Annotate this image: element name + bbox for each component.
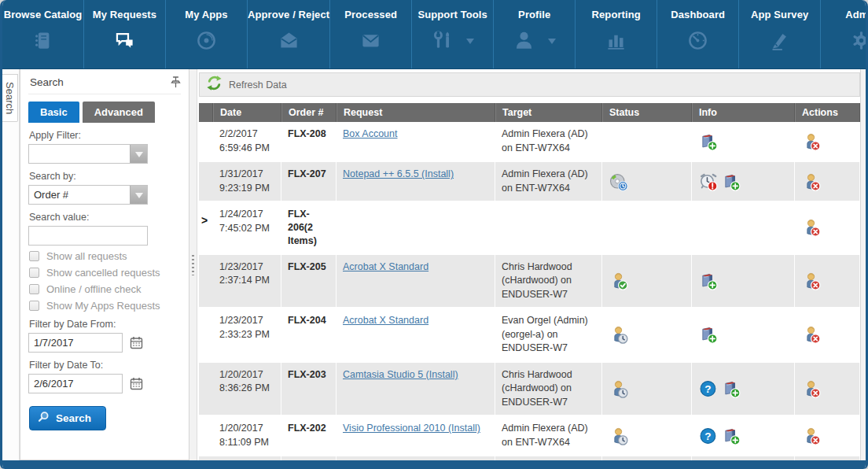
chevron-down-icon[interactable] (130, 186, 147, 204)
content-area: Search Search Basic Advanced Apply Filte… (2, 69, 866, 460)
refresh-data-button[interactable]: Refresh Data (199, 72, 860, 97)
expander-cell (199, 255, 213, 308)
svg-text:?: ? (704, 430, 711, 441)
panel-splitter[interactable] (189, 69, 197, 460)
request-link[interactable]: Box Account (343, 128, 398, 139)
info-cell (692, 255, 795, 308)
user-cancel-icon[interactable] (802, 132, 821, 151)
nav-tab-label: Support Tools (417, 9, 487, 20)
expander-cell (199, 122, 213, 161)
chevron-down-icon[interactable] (548, 39, 556, 48)
checkbox-online-offline-check[interactable]: Online / offline check (29, 283, 181, 295)
date-cell: 1/20/20178:36:26 PM (213, 363, 281, 415)
calendar-icon[interactable] (130, 377, 143, 390)
nav-tab-app-survey[interactable]: App Survey (739, 0, 821, 68)
request-cell: Acrobat X Standard (337, 308, 495, 361)
info-cell (692, 122, 795, 161)
scrollbar-track[interactable] (860, 69, 866, 460)
checkbox-show-my-apps-requests[interactable]: Show My Apps Requests (29, 300, 181, 312)
search-button[interactable]: Search (29, 406, 106, 430)
calendar-icon[interactable] (130, 336, 143, 349)
user-cancel-icon[interactable] (802, 427, 821, 445)
request-link[interactable]: Acrobat X Standard (343, 261, 428, 272)
nav-tab-profile[interactable]: Profile (494, 0, 576, 68)
order-cell: FLX-207 (281, 162, 337, 201)
pin-icon[interactable] (171, 76, 181, 88)
search-panel: Search Basic Advanced Apply Filter: Sear… (20, 69, 189, 460)
target-cell: Chris Hardwood (cHardwood) on ENDUSER-W7 (495, 363, 602, 415)
column-header-order[interactable]: Order # (281, 103, 337, 122)
status-cell (602, 162, 692, 201)
checkbox-box[interactable] (29, 301, 39, 311)
row-expander-icon[interactable]: > (201, 214, 208, 227)
date-cell: 1/23/20172:37:14 PM (213, 255, 281, 308)
search-by-dropdown[interactable] (28, 185, 148, 205)
column-header-request[interactable]: Request (337, 103, 495, 122)
question-icon: ? (699, 379, 718, 398)
checkbox-box[interactable] (29, 284, 39, 294)
user-cancel-icon[interactable] (802, 271, 821, 290)
nav-tab-my-requests[interactable]: My Requests (84, 0, 166, 68)
apply-filter-dropdown[interactable] (28, 144, 148, 164)
column-header-actions[interactable]: Actions (795, 103, 860, 122)
tab-advanced[interactable]: Advanced (83, 102, 155, 123)
column-header-info[interactable]: Info (692, 103, 795, 122)
column-header-date[interactable]: Date (213, 103, 281, 122)
status-cell (602, 255, 692, 308)
chevron-down-icon[interactable] (130, 145, 147, 163)
checkbox-label: Show cancelled requests (46, 267, 160, 279)
nav-tab-browse-catalog[interactable]: Browse Catalog (2, 0, 84, 68)
user-cancel-icon[interactable] (802, 379, 821, 398)
info-cell (692, 202, 795, 253)
pen-icon (769, 30, 790, 51)
user-clock-icon (609, 379, 628, 398)
time-value: 7:45:02 PM (219, 223, 270, 234)
order-cell: FLX-202 (281, 416, 337, 455)
nav-tab-support-tools[interactable]: Support Tools (412, 0, 494, 68)
search-value-input[interactable] (28, 226, 148, 246)
table-row-flx-203: 1/20/20178:36:26 PMFLX-203Camtasia Studi… (199, 363, 860, 417)
checkbox-box[interactable] (29, 251, 39, 261)
nav-tab-label: Dashboard (671, 9, 725, 20)
user-clock-icon (609, 325, 628, 344)
nav-tab-my-apps[interactable]: My Apps (166, 0, 248, 68)
date-to-input[interactable] (28, 374, 123, 393)
package-add-icon (722, 172, 741, 191)
tab-basic[interactable]: Basic (28, 102, 79, 123)
request-link[interactable]: Camtasia Studio 5 (Install) (343, 369, 458, 380)
status-cell (602, 416, 692, 455)
checkbox-show-cancelled-requests[interactable]: Show cancelled requests (29, 267, 181, 279)
nav-tab-dashboard[interactable]: Dashboard (657, 0, 739, 68)
nav-tab-processed[interactable]: Processed (330, 0, 412, 68)
nav-tab-approve-reject[interactable]: Approve / Reject (248, 0, 330, 68)
request-link[interactable]: Visio Professional 2010 (Install) (343, 423, 480, 434)
search-collapsed-tab[interactable]: Search (2, 74, 18, 122)
column-header-status[interactable]: Status (602, 103, 692, 122)
splitter-grip-icon (192, 255, 194, 275)
request-cell: Camtasia Studio 5 (Install) (337, 363, 495, 415)
request-link[interactable]: Notepad ++ 6.5.5 (Install) (343, 168, 454, 179)
expander-cell (199, 308, 213, 361)
date-from-input[interactable] (28, 333, 123, 353)
request-link[interactable]: Acrobat X Standard (343, 315, 428, 326)
user-cancel-icon[interactable] (802, 218, 821, 237)
nav-tab-reporting[interactable]: Reporting (576, 0, 657, 68)
top-navbar: Browse CatalogMy RequestsMy AppsApprove … (2, 0, 866, 69)
user-cancel-icon[interactable] (802, 172, 821, 191)
chevron-down-icon[interactable] (466, 39, 474, 48)
column-header-target[interactable]: Target (495, 103, 602, 122)
target-cell (495, 202, 602, 253)
gauge-icon (687, 30, 708, 51)
nav-tab-admin[interactable]: Admin (821, 0, 866, 68)
envelope-icon (360, 30, 381, 51)
date-value: 1/20/2017 (219, 423, 263, 434)
checkbox-show-all-requests[interactable]: Show all requests (29, 250, 181, 262)
user-cancel-icon[interactable] (802, 325, 821, 344)
apply-filter-label: Apply Filter: (29, 130, 181, 141)
nav-tab-label: Reporting (592, 9, 641, 20)
target-cell: Admin Flexera (AD) on ENT-W7X64 (495, 416, 602, 455)
nav-tab-label: Processed (344, 9, 397, 20)
nav-tab-label: App Survey (751, 9, 808, 20)
checkbox-box[interactable] (29, 268, 39, 278)
open-envelope-icon (278, 30, 300, 51)
